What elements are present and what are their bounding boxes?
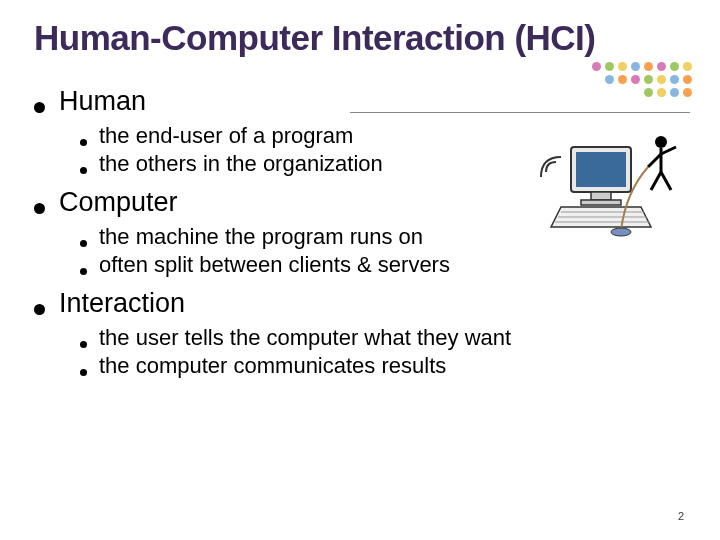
list-item: the others in the organization bbox=[80, 151, 686, 177]
slide: Human-Computer Interaction (HCI) bbox=[0, 0, 720, 540]
slide-content: Human the end-user of a program the othe… bbox=[34, 86, 686, 379]
decor-dot bbox=[644, 75, 653, 84]
decor-dot bbox=[670, 62, 679, 71]
page-number: 2 bbox=[678, 510, 684, 522]
list-item: the user tells the computer what they wa… bbox=[80, 325, 686, 351]
bullet-icon bbox=[80, 268, 87, 275]
section-heading: Computer bbox=[59, 187, 178, 218]
decor-dot bbox=[631, 75, 640, 84]
list-item: often split between clients & servers bbox=[80, 252, 686, 278]
section-human: Human the end-user of a program the othe… bbox=[34, 86, 686, 177]
decor-dot bbox=[683, 62, 692, 71]
decor-dot bbox=[657, 62, 666, 71]
list-item: the machine the program runs on bbox=[80, 224, 686, 250]
slide-title: Human-Computer Interaction (HCI) bbox=[34, 18, 686, 58]
bullet-icon bbox=[80, 167, 87, 174]
decor-dot bbox=[683, 75, 692, 84]
bullet-icon bbox=[34, 304, 45, 315]
bullet-icon bbox=[34, 102, 45, 113]
decor-dot bbox=[605, 75, 614, 84]
decor-dot bbox=[644, 62, 653, 71]
decor-dot bbox=[618, 75, 627, 84]
section-heading: Human bbox=[59, 86, 146, 117]
decor-dot bbox=[670, 75, 679, 84]
list-item: the end-user of a program bbox=[80, 123, 686, 149]
list-item: the computer communicates results bbox=[80, 353, 686, 379]
bullet-icon bbox=[80, 240, 87, 247]
decor-dot bbox=[605, 62, 614, 71]
bullet-icon bbox=[80, 369, 87, 376]
section-interaction: Interaction the user tells the computer … bbox=[34, 288, 686, 379]
bullet-list: Human the end-user of a program the othe… bbox=[34, 86, 686, 379]
section-computer: Computer the machine the program runs on… bbox=[34, 187, 686, 278]
decor-dot bbox=[631, 62, 640, 71]
bullet-icon bbox=[80, 341, 87, 348]
decor-dot bbox=[592, 62, 601, 71]
bullet-icon bbox=[34, 203, 45, 214]
section-heading: Interaction bbox=[59, 288, 185, 319]
decor-dot bbox=[657, 75, 666, 84]
bullet-icon bbox=[80, 139, 87, 146]
decor-dot bbox=[618, 62, 627, 71]
